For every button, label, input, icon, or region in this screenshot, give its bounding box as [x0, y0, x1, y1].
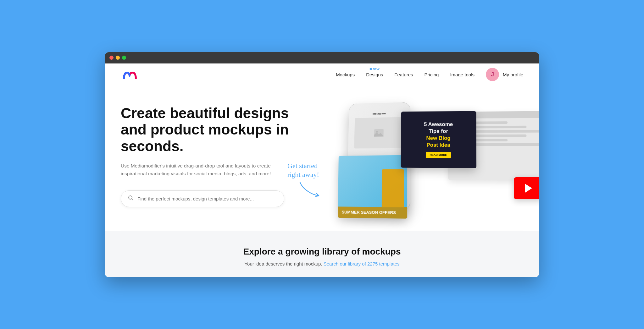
- svg-line-1: [132, 199, 133, 200]
- avatar: J: [486, 68, 499, 81]
- nav-item-designs[interactable]: NEW Designs: [366, 72, 383, 77]
- profile-area[interactable]: J My profile: [486, 68, 523, 81]
- search-bar[interactable]: [121, 190, 284, 207]
- logo[interactable]: [121, 68, 143, 81]
- card-blog: 5 Awesome Tips for New Blog Post Idea Re…: [401, 111, 476, 168]
- hero-left: Create beautiful designs and product moc…: [121, 105, 294, 207]
- hero-section: Create beautiful designs and product moc…: [105, 86, 539, 231]
- play-icon: [525, 184, 532, 193]
- bottom-subtitle: Your idea deserves the right mockup. Sea…: [121, 261, 523, 266]
- nav-item-features[interactable]: Features: [394, 72, 413, 77]
- get-started-annotation: Get started right away!: [287, 162, 322, 199]
- minimize-button[interactable]: [116, 56, 120, 60]
- get-started-text: Get started right away!: [287, 162, 322, 179]
- blog-title: 5 Awesome Tips for New Blog Post Idea: [424, 121, 453, 148]
- summer-overlay: SUMMER SEASON OFFERS: [338, 206, 408, 218]
- instagram-header: Instagram: [373, 112, 386, 115]
- hero-subtitle: Use Mediamodifier's intuitive drag-and-d…: [121, 162, 272, 178]
- new-badge: NEW: [370, 68, 380, 71]
- nav-item-mockups[interactable]: Mockups: [336, 72, 355, 77]
- hero-right: Instagram: [328, 92, 539, 231]
- new-dot: [370, 68, 372, 70]
- browser-titlebar: [105, 52, 539, 63]
- browser-window: Mockups NEW Designs Features Pricing Ima…: [105, 52, 539, 277]
- nav-item-pricing[interactable]: Pricing: [425, 72, 439, 77]
- arrow-icon: [297, 181, 322, 198]
- page-content: Mockups NEW Designs Features Pricing Ima…: [105, 63, 539, 277]
- bottom-title: Explore a growing library of mockups: [121, 247, 523, 257]
- search-input[interactable]: [137, 196, 277, 201]
- close-button[interactable]: [109, 56, 114, 60]
- bottom-link[interactable]: Search our library of 2275 templates: [324, 261, 400, 266]
- phone-image-placeholder: [354, 117, 404, 148]
- navbar: Mockups NEW Designs Features Pricing Ima…: [105, 63, 539, 86]
- nav-links: Mockups NEW Designs Features Pricing Ima…: [336, 68, 523, 81]
- profile-name: My profile: [503, 72, 523, 77]
- nav-item-image-tools[interactable]: Image tools: [450, 72, 475, 77]
- read-more-button[interactable]: Read More: [426, 152, 451, 158]
- card-youtube: [514, 177, 539, 199]
- bottom-section: Explore a growing library of mockups You…: [105, 231, 539, 276]
- card-summer: SUMMER SEASON OFFERS: [338, 155, 408, 218]
- figure-silhouette: [382, 169, 404, 207]
- search-icon: [128, 195, 134, 202]
- maximize-button[interactable]: [122, 56, 126, 60]
- hero-title: Create beautiful designs and product moc…: [121, 105, 294, 155]
- mockup-stack: Instagram: [328, 92, 539, 231]
